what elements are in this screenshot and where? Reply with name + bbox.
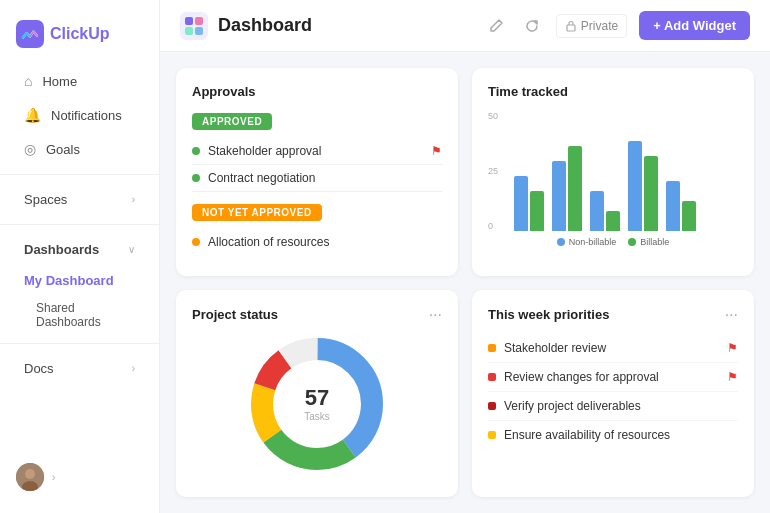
legend-dot-green [628,238,636,246]
priority-item-0[interactable]: Stakeholder review ⚑ [488,334,738,363]
refresh-button[interactable] [520,14,544,38]
time-tracked-widget: Time tracked 50 25 0 [472,68,754,276]
approvals-title: Approvals [192,84,442,99]
bar-group-3 [628,141,658,231]
svg-rect-0 [16,20,44,48]
chart-bars [506,111,704,231]
svg-rect-9 [567,25,575,31]
clickup-logo-icon [16,20,44,48]
priorities-title: This week priorities [488,307,609,322]
bar-green-1 [568,146,582,231]
approval-item-1[interactable]: Contract negotiation [192,165,442,192]
project-status-header: Project status ··· [192,306,442,324]
avatar-image [16,463,44,491]
svg-point-2 [25,469,35,479]
main-content: Dashboard Private + Add Widget Approvals… [160,0,770,513]
y-label-50: 50 [488,111,498,121]
priority-dot-3 [488,431,496,439]
approval-dot-2 [192,238,200,246]
approvals-widget: Approvals APPROVED Stakeholder approval … [176,68,458,276]
topbar: Dashboard Private + Add Widget [160,0,770,52]
dashboard-icon [180,12,208,40]
svg-rect-4 [180,12,208,40]
svg-rect-8 [195,27,203,35]
logo[interactable]: ClickUp [0,12,159,64]
bar-blue-2 [590,191,604,231]
sidebar-spaces-header[interactable]: Spaces › [8,184,151,215]
priorities-header: This week priorities ··· [488,306,738,324]
refresh-icon [524,18,540,34]
approval-dot-0 [192,147,200,155]
bar-blue-0 [514,176,528,231]
approval-item-0[interactable]: Stakeholder approval ⚑ [192,138,442,165]
project-status-widget: Project status ··· 57 Tasks [176,290,458,498]
approval-label-0: Stakeholder approval [208,144,321,158]
avatar-chevron: › [52,472,55,483]
dashboards-label: Dashboards [24,242,99,257]
private-label: Private [581,19,618,33]
svg-rect-6 [195,17,203,25]
project-status-more-button[interactable]: ··· [429,306,442,324]
sidebar-docs-header[interactable]: Docs › [8,353,151,384]
lock-icon [565,20,577,32]
priorities-more-button[interactable]: ··· [725,306,738,324]
donut-label: Tasks [304,411,330,422]
legend-label-non-billable: Non-billable [569,237,617,247]
sidebar-item-home[interactable]: ⌂ Home [8,65,151,97]
bar-blue-1 [552,161,566,231]
chart-legend: Non-billable Billable [488,237,738,247]
goals-icon: ◎ [24,141,36,157]
donut-center: 57 Tasks [304,385,330,422]
priority-dot-0 [488,344,496,352]
docs-chevron-icon: › [132,363,135,374]
approval-item-2[interactable]: Allocation of resources [192,229,442,255]
topbar-title: Dashboard [218,15,312,36]
bell-icon: 🔔 [24,107,41,123]
sidebar-item-shared-dashboards[interactable]: Shared Dashboards [8,296,151,334]
sidebar-item-my-dashboard[interactable]: My Dashboard [8,267,151,294]
bar-group-0 [514,176,544,231]
priority-item-2[interactable]: Verify project deliverables [488,392,738,421]
svg-rect-5 [185,17,193,25]
bar-green-4 [682,201,696,231]
spaces-chevron-icon: › [132,194,135,205]
y-label-25: 25 [488,166,498,176]
approval-dot-1 [192,174,200,182]
priority-label-2: Verify project deliverables [504,399,641,413]
bar-green-2 [606,211,620,231]
donut-total: 57 [304,385,330,411]
priority-dot-1 [488,373,496,381]
sidebar-dashboards-header[interactable]: Dashboards ∨ [8,234,151,265]
priorities-list: Stakeholder review ⚑ Review changes for … [488,334,738,449]
priorities-widget: This week priorities ··· Stakeholder rev… [472,290,754,498]
priority-label-1: Review changes for approval [504,370,659,384]
priority-item-1[interactable]: Review changes for approval ⚑ [488,363,738,392]
sidebar-item-home-label: Home [42,74,77,89]
bar-group-2 [590,191,620,231]
priority-label-0: Stakeholder review [504,341,606,355]
legend-dot-blue [557,238,565,246]
not-yet-approved-badge: NOT YET APPROVED [192,204,322,221]
sidebar-item-notifications[interactable]: 🔔 Notifications [8,99,151,131]
user-avatar-area[interactable]: › [0,453,159,501]
legend-non-billable: Non-billable [557,237,617,247]
sidebar-divider-2 [0,224,159,225]
flag-icon-0: ⚑ [431,144,442,158]
sidebar-item-goals-label: Goals [46,142,80,157]
dashboard-grid: Approvals APPROVED Stakeholder approval … [160,52,770,513]
priority-item-3[interactable]: Ensure availability of resources [488,421,738,449]
approval-label-1: Contract negotiation [208,171,315,185]
edit-button[interactable] [484,14,508,38]
sidebar-item-goals[interactable]: ◎ Goals [8,133,151,165]
legend-billable: Billable [628,237,669,247]
approved-badge: APPROVED [192,113,272,130]
project-status-title: Project status [192,307,278,322]
topbar-left: Dashboard [180,12,312,40]
sidebar-divider-1 [0,174,159,175]
add-widget-button[interactable]: + Add Widget [639,11,750,40]
sidebar: ClickUp ⌂ Home 🔔 Notifications ◎ Goals S… [0,0,160,513]
priority-flag-0: ⚑ [727,341,738,355]
priority-dot-2 [488,402,496,410]
pencil-icon [488,18,504,34]
priority-label-3: Ensure availability of resources [504,428,670,442]
